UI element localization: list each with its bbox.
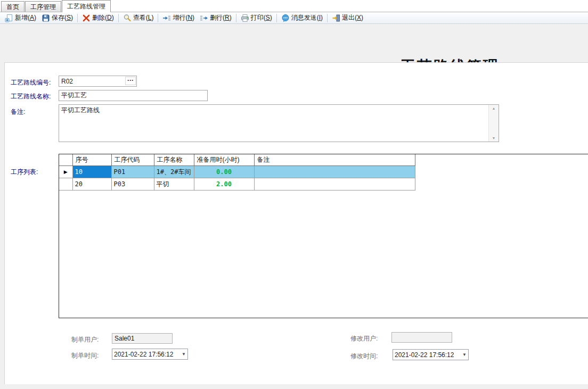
title-band: 工艺路线管理 — [0, 24, 588, 62]
toolbar-button-label: 消息发送(I) — [291, 13, 323, 22]
toolbar-button-label: 删行(R) — [210, 13, 232, 22]
table-cell[interactable]: 20 — [72, 178, 111, 191]
column-header[interactable]: 工序代码 — [111, 154, 154, 166]
message-icon — [281, 14, 290, 22]
create-time-label: 制单时间: — [71, 351, 99, 360]
scroll-up-icon[interactable]: ▲ — [489, 106, 499, 110]
table-cell[interactable]: 1#、2#车间 — [154, 166, 194, 178]
row-indicator-cell[interactable] — [59, 178, 72, 191]
save-icon — [42, 14, 50, 22]
toolbar-button-label: 新增(A) — [15, 13, 36, 22]
modify-time-dropdown[interactable]: 2021-02-22 17:56:12 ▼ — [393, 349, 469, 360]
dropdown-arrow-icon: ▼ — [462, 352, 467, 357]
toolbar-button-label: 保存(S) — [52, 13, 73, 22]
message-button[interactable]: 消息发送(I) — [279, 13, 325, 23]
insert-row-icon — [162, 14, 171, 22]
table-cell[interactable]: 平切 — [154, 178, 194, 191]
table-cell[interactable]: P01 — [111, 166, 154, 178]
dropdown-arrow-icon: ▼ — [182, 352, 186, 357]
add-row-button[interactable]: 增行(N) — [160, 13, 197, 23]
remark-label: 备注: — [11, 107, 25, 117]
column-header[interactable]: 工序名称 — [154, 154, 194, 166]
modify-time-value: 2021-02-22 17:56:12 — [395, 351, 458, 359]
remark-value: 平切工艺路线 — [61, 106, 487, 115]
exit-icon — [332, 14, 340, 22]
table-cell[interactable]: 10 — [72, 166, 111, 178]
tab-strip: 首页 工序管理 工艺路线管理 — [0, 0, 588, 12]
creator-input[interactable]: Sale01 — [112, 333, 173, 344]
save-button[interactable]: 保存(S) — [39, 13, 76, 23]
column-header[interactable]: 备注 — [254, 154, 415, 166]
route-code-lookup-button[interactable]: ··· — [125, 77, 136, 85]
table-cell[interactable]: 0.00 — [194, 166, 254, 178]
table-header-row: 序号工序代码工序名称准备用时(小时)备注 — [59, 154, 415, 166]
remark-scrollbar[interactable]: ▲ ▼ — [488, 105, 499, 142]
table-row[interactable]: 20P03平切2.00 — [59, 178, 415, 191]
process-route-window: 首页 工序管理 工艺路线管理 新增(A)保存(S)删除(D)查看(L)增行(N)… — [0, 0, 588, 389]
tab-process-management[interactable]: 工序管理 — [25, 1, 61, 12]
toolbar: 新增(A)保存(S)删除(D)查看(L)增行(N)删行(R)打印(S)消息发送(… — [0, 12, 588, 24]
create-time-value: 2021-02-22 17:56:12 — [114, 351, 177, 358]
print-button[interactable]: 打印(S) — [238, 13, 275, 23]
process-list-label: 工序列表: — [11, 168, 38, 177]
search-icon — [123, 14, 132, 22]
toolbar-button-label: 打印(S) — [251, 13, 272, 22]
delete-button[interactable]: 删除(D) — [79, 13, 117, 23]
table-cell[interactable] — [254, 166, 415, 178]
toolbar-separator — [236, 14, 236, 22]
process-table: 序号工序代码工序名称准备用时(小时)备注▶10P011#、2#车间0.0020P… — [59, 154, 415, 191]
modifier-label: 修改用户: — [350, 334, 378, 343]
toolbar-separator — [327, 14, 328, 22]
route-name-label: 工艺路线名称: — [11, 92, 51, 101]
column-header[interactable]: 序号 — [72, 154, 111, 166]
column-header[interactable]: 准备用时(小时) — [194, 154, 254, 166]
row-indicator-icon[interactable]: ▶ — [59, 166, 72, 178]
table-cell[interactable]: P03 — [111, 178, 154, 191]
row-indicator-header — [59, 154, 72, 166]
toolbar-separator — [118, 14, 119, 22]
delete-icon — [82, 14, 91, 22]
creator-value: Sale01 — [115, 335, 134, 342]
toolbar-separator — [158, 14, 158, 22]
tab-home[interactable]: 首页 — [1, 1, 24, 12]
toolbar-separator — [276, 14, 277, 22]
table-cell[interactable] — [254, 178, 415, 191]
tab-process-route-management[interactable]: 工艺路线管理 — [62, 0, 111, 12]
route-code-value: R02 — [61, 78, 73, 85]
modify-time-label: 修改时间: — [350, 352, 378, 361]
add-button[interactable]: 新增(A) — [2, 13, 39, 23]
route-name-value: 平切工艺 — [61, 91, 87, 100]
new-document-icon — [5, 14, 13, 22]
route-code-label: 工艺路线编号: — [11, 78, 51, 87]
exit-button[interactable]: 退出(X) — [329, 13, 366, 23]
create-time-dropdown[interactable]: 2021-02-22 17:56:12 ▼ — [112, 349, 188, 360]
printer-icon — [241, 14, 249, 22]
modifier-input[interactable] — [391, 332, 452, 343]
toolbar-button-label: 增行(N) — [173, 13, 194, 22]
scroll-down-icon[interactable]: ▼ — [489, 136, 499, 140]
table-row[interactable]: ▶10P011#、2#车间0.00 — [59, 166, 415, 178]
toolbar-button-label: 退出(X) — [342, 13, 363, 22]
delete-row-icon — [200, 14, 208, 22]
creator-label: 制单用户: — [71, 335, 99, 344]
route-name-input[interactable]: 平切工艺 — [59, 90, 208, 101]
view-button[interactable]: 查看(L) — [120, 13, 157, 23]
table-cell[interactable]: 2.00 — [194, 178, 254, 191]
remark-textarea[interactable]: 平切工艺路线 ▲ ▼ — [59, 104, 499, 142]
delete-row-button[interactable]: 删行(R) — [197, 13, 234, 23]
process-grid: 序号工序代码工序名称准备用时(小时)备注▶10P011#、2#车间0.0020P… — [59, 154, 588, 318]
toolbar-button-label: 删除(D) — [92, 13, 114, 22]
toolbar-button-label: 查看(L) — [133, 13, 154, 22]
toolbar-separator — [77, 14, 78, 22]
